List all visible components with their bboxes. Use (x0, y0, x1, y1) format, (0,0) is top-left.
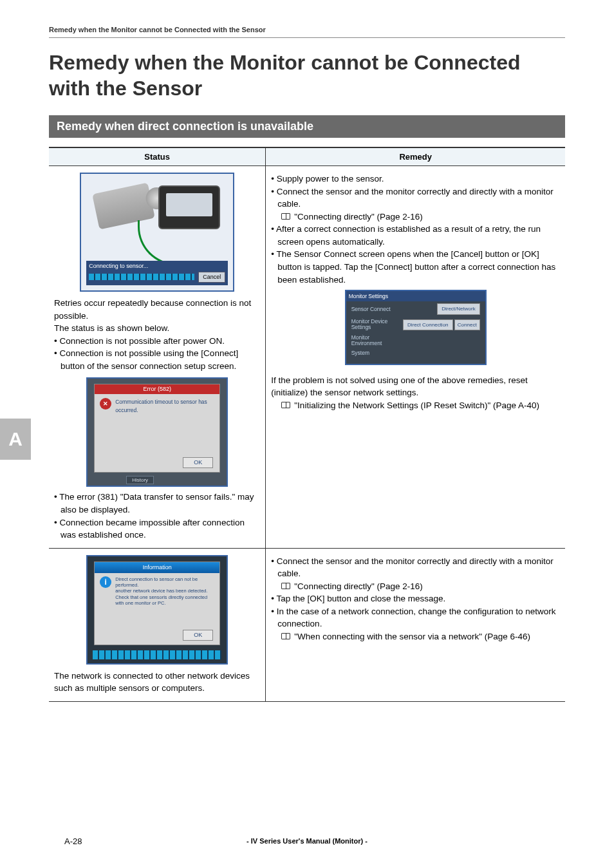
status-text: The status is as shown below. (54, 322, 260, 335)
settings-label: Monitor Device Settings (351, 319, 402, 331)
list-item: The error (381) "Data transfer to sensor… (54, 491, 260, 516)
monitor-settings-title: Monitor Settings (346, 291, 485, 301)
table-row: Information i Direct connection to senso… (49, 548, 565, 701)
settings-label: Monitor Environment (351, 335, 402, 347)
section-heading: Remedy when direct connection is unavail… (49, 115, 565, 138)
cancel-button[interactable]: Cancel (198, 272, 225, 283)
book-icon (281, 583, 290, 589)
list-item: Connect the sensor and the monitor corre… (271, 185, 560, 211)
page-title: Remedy when the Monitor cannot be Connec… (49, 50, 565, 101)
error-title: Error (582) (95, 384, 219, 394)
settings-value[interactable]: Direct/Network (437, 303, 479, 315)
connecting-label: Connecting to sensor... (89, 263, 148, 269)
error-message: Communication timeout to sensor has occu… (115, 398, 214, 414)
cable-icon (138, 220, 202, 265)
list-item: The Sensor Connect screen opens when the… (271, 248, 560, 286)
remedy-table: Status Remedy Connecting to sensor... (49, 147, 565, 702)
th-remedy: Remedy (266, 147, 565, 166)
list-item: Supply power to the sensor. (271, 173, 560, 185)
running-head: Remedy when the Monitor cannot be Connec… (49, 26, 565, 38)
information-dialog-illustration: Information i Direct connection to senso… (86, 555, 228, 665)
remedy-text: If the problem is not solved using one o… (271, 374, 560, 399)
list-item: Connection is not possible using the [Co… (54, 347, 260, 372)
settings-value[interactable]: Direct Connection (403, 319, 453, 331)
ok-button[interactable]: OK (183, 457, 213, 468)
error-icon: ✕ (100, 398, 111, 410)
info-message: Direct connection to sensor can not be p… (115, 576, 214, 607)
footer-text: - IV Series User's Manual (Monitor) - (0, 837, 614, 845)
list-item: Connection is not possible after power O… (54, 335, 260, 348)
list-item: In the case of a network connection, cha… (271, 605, 560, 630)
book-icon (281, 402, 290, 408)
progress-bar (93, 650, 221, 659)
settings-label: Sensor Connect (351, 307, 402, 312)
monitor-settings-illustration: Monitor Settings Sensor Connect Direct/N… (345, 290, 487, 365)
list-item: Connect the sensor and the monitor corre… (271, 555, 560, 580)
cross-reference: "Connecting directly" (Page 2-16) (294, 211, 422, 223)
progress-bar (89, 274, 194, 280)
status-text: Retries occur repeatedly because connect… (54, 297, 260, 322)
ok-button[interactable]: OK (183, 630, 213, 641)
list-item: After a correct connection is establishe… (271, 223, 560, 248)
list-item: Tap the [OK] button and close the messag… (271, 592, 560, 605)
cross-reference: "When connecting with the sensor via a n… (294, 630, 530, 643)
info-icon: i (100, 576, 111, 588)
error-dialog-illustration: Error (582) ✕ Communication timeout to s… (86, 377, 228, 487)
info-title: Information (95, 562, 219, 573)
book-icon (281, 633, 290, 639)
connect-button[interactable]: Connect (454, 319, 480, 331)
connecting-illustration: Connecting to sensor... Cancel (80, 173, 234, 292)
table-row: Connecting to sensor... Cancel Retries o… (49, 166, 565, 549)
th-status: Status (49, 147, 266, 166)
book-icon (281, 213, 290, 220)
settings-label: System (351, 350, 402, 356)
list-item: Connection became impossible after conne… (54, 516, 260, 542)
status-text: The network is connected to other networ… (54, 670, 260, 695)
cross-reference: "Initializing the Network Settings (IP R… (294, 399, 539, 412)
history-tab[interactable]: History (126, 476, 154, 485)
cross-reference: "Connecting directly" (Page 2-16) (294, 580, 422, 593)
appendix-tab: A (0, 419, 31, 460)
